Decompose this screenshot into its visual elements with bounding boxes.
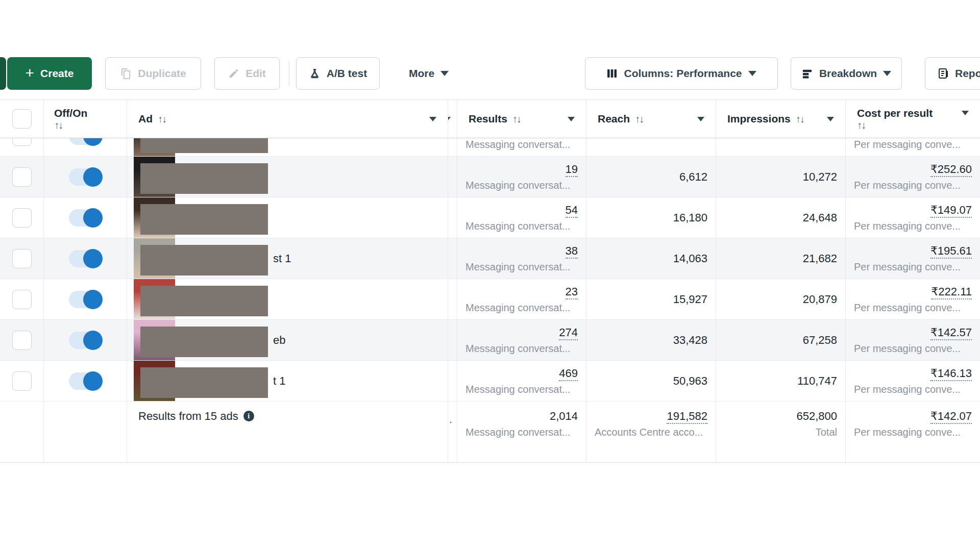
- column-header-ad[interactable]: Ad ↑↓: [127, 100, 448, 138]
- impressions-value: 67,258: [724, 334, 837, 347]
- results-value: 469: [465, 367, 578, 380]
- ad-name-cell[interactable]: [127, 138, 448, 157]
- impressions-value: 20,879: [724, 293, 837, 306]
- ad-name-cell[interactable]: [127, 279, 448, 319]
- row-checkbox[interactable]: [12, 167, 32, 187]
- breakdown-button[interactable]: Breakdown: [791, 57, 902, 90]
- row-checkbox[interactable]: [12, 331, 32, 350]
- table-row: t 1469Messaging conversat...50,963110,74…: [0, 361, 980, 402]
- results-value: 38: [465, 244, 578, 258]
- column-header-results[interactable]: Results ↑↓: [457, 100, 586, 138]
- totals-reach-cell: 191,582 Accounts Centre acco...: [586, 402, 716, 462]
- column-header-impressions[interactable]: Impressions ↑↓: [716, 100, 846, 138]
- select-all-cell: [0, 100, 44, 138]
- cost-value: ₹146.13: [854, 367, 972, 380]
- sort-arrows-icon: ↑↓: [158, 113, 166, 125]
- collapsed-column-cell: [448, 279, 457, 319]
- more-button[interactable]: More: [397, 57, 460, 90]
- cost-per-result-cell: ₹149.07Per messaging conve...: [846, 197, 980, 238]
- off-on-header-label: Off/On: [54, 107, 115, 119]
- results-type-label: Messaging conversat...: [465, 343, 578, 355]
- ad-toggle[interactable]: [69, 250, 102, 267]
- row-toggle-cell: [44, 361, 127, 401]
- results-value: 274: [465, 326, 578, 339]
- cost-per-result-cell: ₹142.57Per messaging conve...: [846, 320, 980, 360]
- totals-reach-value: 191,582: [667, 410, 707, 424]
- cost-value: ₹149.07: [854, 204, 972, 217]
- ad-toggle[interactable]: [69, 168, 102, 186]
- copy-icon: [120, 68, 132, 80]
- toolbar: + Create Duplicate Edit A/B test More: [0, 57, 980, 90]
- clipped-edge-element: [0, 57, 6, 90]
- row-checkbox[interactable]: [12, 208, 32, 228]
- row-checkbox-cell: [0, 279, 44, 319]
- redaction-overlay: [140, 204, 268, 235]
- ad-name-cell[interactable]: t 1: [127, 361, 448, 401]
- row-checkbox-cell: [0, 320, 44, 360]
- ad-name-cell[interactable]: [127, 197, 448, 238]
- duplicate-button[interactable]: Duplicate: [105, 57, 201, 90]
- row-checkbox[interactable]: [12, 138, 32, 146]
- row-checkbox-cell: [0, 361, 44, 401]
- column-header-cost-per-result[interactable]: Cost per result ↑↓: [846, 100, 980, 138]
- toggle-knob: [83, 371, 103, 391]
- column-header-off-on[interactable]: Off/On ↑↓: [44, 100, 127, 138]
- ad-name-cell[interactable]: st 1: [127, 238, 448, 279]
- reach-value: 15,927: [595, 293, 707, 306]
- select-all-checkbox[interactable]: [12, 109, 32, 129]
- row-toggle-cell: [44, 238, 127, 279]
- results-type-label: Messaging conversat...: [465, 302, 578, 314]
- impressions-cell: 110,747: [716, 361, 846, 401]
- ab-test-button[interactable]: A/B test: [296, 57, 380, 90]
- row-checkbox[interactable]: [12, 249, 32, 268]
- cost-type-label: Per messaging conve...: [854, 180, 972, 191]
- impressions-cell: 20,879: [716, 279, 846, 319]
- row-toggle-cell: [44, 197, 127, 238]
- caret-down-icon: [883, 71, 891, 76]
- table-body: Messaging conversat...Per messaging conv…: [0, 138, 980, 402]
- ad-name-fragment: st 1: [273, 252, 291, 265]
- reach-value: 50,963: [595, 374, 707, 388]
- table-row: 54Messaging conversat...16,18024,648₹149…: [0, 197, 980, 238]
- collapsed-column-cell: [448, 157, 457, 197]
- info-icon[interactable]: i: [243, 411, 254, 421]
- column-menu-caret-icon[interactable]: [429, 117, 436, 121]
- ad-name-fragment: eb: [273, 334, 285, 347]
- results-value: 54: [465, 204, 578, 217]
- row-checkbox[interactable]: [12, 290, 32, 309]
- ad-name-cell[interactable]: [127, 157, 448, 197]
- ad-name-cell[interactable]: eb: [127, 320, 448, 360]
- edit-button[interactable]: Edit: [214, 57, 280, 90]
- impressions-header-label: Impressions: [727, 113, 791, 125]
- cost-type-label: Per messaging conve...: [854, 384, 972, 395]
- column-menu-caret-icon[interactable]: [827, 117, 834, 121]
- cost-per-result-cell: ₹222.11Per messaging conve...: [846, 279, 980, 319]
- reports-button-label: Repo: [955, 67, 980, 80]
- table-row: st 138Messaging conversat...14,06321,682…: [0, 238, 980, 279]
- totals-summary-cell: Results from 15 ads i: [127, 402, 448, 462]
- reports-button[interactable]: Repo: [925, 57, 980, 90]
- toolbar-divider: [289, 61, 289, 86]
- results-cell: 19Messaging conversat...: [457, 157, 586, 197]
- ad-toggle[interactable]: [69, 209, 102, 227]
- results-type-label: Messaging conversat...: [465, 220, 578, 232]
- columns-button[interactable]: Columns: Performance: [585, 57, 778, 90]
- row-checkbox[interactable]: [12, 371, 32, 391]
- impressions-value: [724, 138, 837, 143]
- results-type-label: Messaging conversat...: [465, 139, 578, 151]
- ad-toggle[interactable]: [69, 291, 102, 308]
- column-header-reach[interactable]: Reach ↑↓: [586, 100, 716, 138]
- totals-cost-cell: ₹142.07 Per messaging conve...: [846, 402, 980, 462]
- redaction-overlay: [140, 367, 268, 398]
- row-checkbox-cell: [0, 197, 44, 238]
- ad-toggle[interactable]: [69, 332, 102, 349]
- ad-toggle[interactable]: [69, 372, 102, 390]
- column-menu-caret-icon[interactable]: [697, 117, 704, 121]
- column-menu-caret-icon[interactable]: [962, 111, 969, 115]
- create-button[interactable]: + Create: [7, 57, 92, 90]
- toggle-knob: [83, 290, 103, 309]
- column-menu-caret-icon[interactable]: [568, 117, 575, 121]
- breakdown-button-label: Breakdown: [819, 67, 877, 80]
- totals-toggle-cell: [44, 402, 127, 462]
- ad-toggle[interactable]: [69, 138, 102, 145]
